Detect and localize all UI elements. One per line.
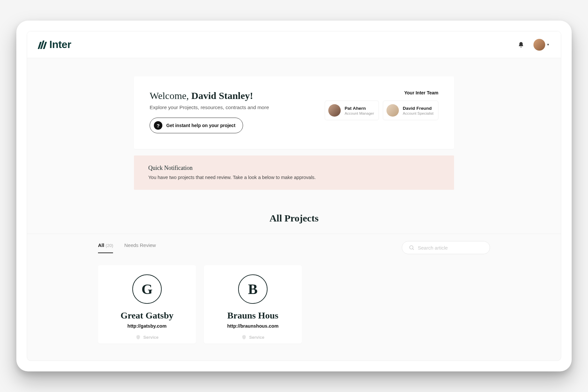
project-card[interactable]: G Great Gatsby http://gatsby.com Service [98, 265, 196, 344]
tab-review-label: Needs Review [124, 242, 156, 248]
notification-title: Quick Notification [148, 165, 440, 172]
team-avatar [386, 104, 399, 117]
tabs-row: All (20) Needs Review [98, 234, 490, 254]
tab-needs-review[interactable]: Needs Review [124, 242, 156, 253]
brand-name: Inter [49, 39, 71, 51]
tabs: All (20) Needs Review [98, 242, 156, 253]
help-label: Get instant help on your project [166, 123, 236, 128]
project-cards: G Great Gatsby http://gatsby.com Service… [98, 265, 490, 344]
welcome-title: Welcome, David Stanley! [150, 90, 321, 101]
notification-banner: Quick Notification You have two projects… [134, 155, 454, 190]
team-name: Pat Ahern [345, 106, 374, 111]
topbar: Inter ▾ [27, 31, 561, 58]
team-avatar [328, 104, 341, 117]
search-icon [409, 245, 415, 251]
welcome-card: Welcome, David Stanley! Explore your Pro… [134, 76, 454, 149]
team-card[interactable]: David Freund Account Specialist [383, 101, 438, 120]
bell-icon[interactable] [518, 41, 524, 48]
team-role: Account Specialist [403, 111, 433, 115]
caret-down-icon: ▾ [547, 42, 549, 47]
project-initial-badge: G [132, 274, 162, 304]
tab-all[interactable]: All (20) [98, 242, 113, 253]
project-initial-badge: B [238, 274, 268, 304]
user-menu[interactable]: ▾ [533, 39, 549, 51]
projects-area: All (20) Needs Review [27, 234, 561, 344]
welcome-subtitle: Explore your Projects, resources, contra… [150, 105, 321, 110]
user-avatar [533, 39, 545, 51]
brand-logo[interactable]: Inter [39, 39, 71, 51]
app-screen: Inter ▾ Welcome, David Stanley! [27, 31, 561, 361]
project-name: Great Gatsby [121, 310, 173, 321]
team-row: Pat Ahern Account Manager David Freund A… [321, 101, 438, 120]
main-content: Welcome, David Stanley! Explore your Pro… [27, 58, 561, 361]
project-name: Brauns Hous [227, 310, 278, 321]
welcome-prefix: Welcome, [150, 90, 191, 101]
team-card[interactable]: Pat Ahern Account Manager [325, 101, 379, 120]
team-name: David Freund [403, 106, 433, 111]
project-url: http://braunshous.com [227, 323, 278, 329]
tab-all-count: (20) [106, 243, 113, 248]
projects-section-title: All Projects [270, 213, 318, 224]
svg-line-1 [413, 249, 414, 250]
project-service: Service [241, 335, 264, 340]
service-icon [241, 335, 247, 340]
tab-all-label: All [98, 242, 104, 248]
project-service: Service [136, 335, 158, 340]
notification-text: You have two projects that need review. … [148, 175, 440, 180]
help-icon: ? [154, 121, 162, 130]
service-icon [136, 335, 141, 340]
team-label: Your Inter Team [321, 90, 438, 95]
device-frame: Inter ▾ Welcome, David Stanley! [16, 21, 572, 371]
help-button[interactable]: ? Get instant help on your project [150, 118, 243, 133]
search-box[interactable] [402, 241, 490, 254]
topbar-actions: ▾ [518, 39, 549, 51]
svg-point-0 [410, 246, 413, 249]
project-service-label: Service [249, 335, 264, 340]
project-card[interactable]: B Brauns Hous http://braunshous.com Serv… [204, 265, 302, 344]
logo-mark-icon [39, 41, 47, 49]
project-url: http://gatsby.com [127, 323, 167, 329]
team-role: Account Manager [345, 111, 374, 115]
welcome-name: David Stanley! [191, 90, 253, 101]
project-service-label: Service [143, 335, 158, 340]
search-input[interactable] [418, 245, 483, 251]
